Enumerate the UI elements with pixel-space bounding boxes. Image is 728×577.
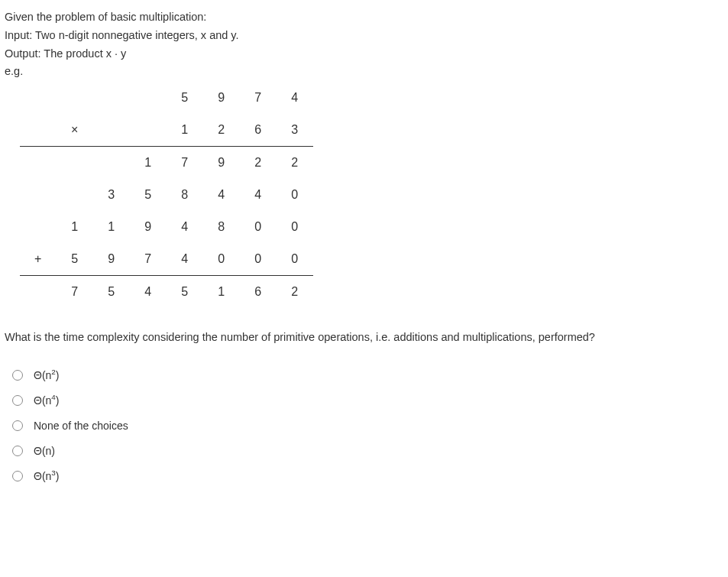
problem-statement: Given the problem of basic multiplicatio… [5,9,723,80]
option-theta-n2[interactable]: Θ(n2) [12,368,723,384]
problem-line-3: Output: The product x · y [5,46,723,63]
table-row: × 1 2 6 3 [20,114,313,146]
option-none[interactable]: None of the choices [12,418,723,434]
table-row: 1 7 9 2 2 [20,147,313,180]
table-row: 1 1 9 4 8 0 0 [20,211,313,243]
table-row: 3 5 8 4 4 0 [20,179,313,211]
radio-theta-n2[interactable] [12,370,23,381]
problem-line-2: Input: Two n-digit nonnegative integers,… [5,28,723,44]
question-text: What is the time complexity considering … [5,329,723,346]
option-label: Θ(n4) [34,393,59,409]
answer-options: Θ(n2) Θ(n4) None of the choices Θ(n) Θ(n… [12,368,723,485]
example-label: e.g. [5,63,723,80]
option-label: None of the choices [34,418,128,434]
table-row: 7 5 4 5 1 6 2 [20,276,313,309]
option-theta-n3[interactable]: Θ(n3) [12,468,723,485]
radio-theta-n4[interactable] [12,395,23,406]
radio-theta-n3[interactable] [12,471,23,481]
radio-none[interactable] [12,420,23,431]
problem-line-1: Given the problem of basic multiplicatio… [5,9,723,26]
radio-theta-n[interactable] [12,446,23,456]
option-theta-n4[interactable]: Θ(n4) [12,393,723,409]
option-label: Θ(n) [34,443,55,459]
option-label: Θ(n2) [34,368,59,384]
option-label: Θ(n3) [34,468,59,485]
option-theta-n[interactable]: Θ(n) [12,443,723,459]
table-row: 5 9 7 4 [20,82,313,114]
table-row: + 5 9 7 4 0 0 0 [20,243,313,275]
multiplication-example: 5 9 7 4 × 1 2 6 3 1 7 9 2 2 3 5 8 4 4 0 … [20,82,313,308]
